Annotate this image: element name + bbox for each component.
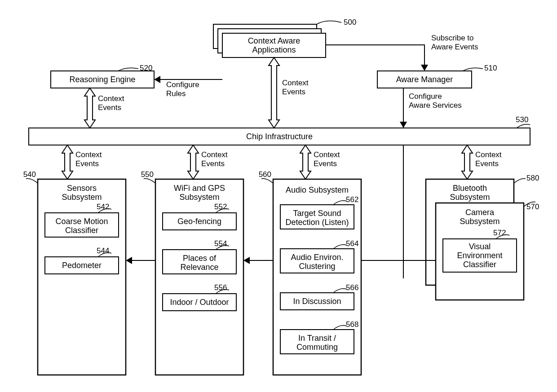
wifi-gps-title-2: Subsystem xyxy=(179,193,219,202)
coarse-motion-classifier-1: Coarse Motion xyxy=(55,217,108,226)
configure-aware-1: Configure xyxy=(409,92,442,101)
ref-580: 580 xyxy=(526,174,539,182)
edge-reasoning-chip: Context Events xyxy=(84,88,124,128)
ref-542: 542 xyxy=(97,203,109,211)
svg-rect-9 xyxy=(155,179,243,375)
ce-sensors-1: Context xyxy=(75,150,102,159)
ref-540: 540 xyxy=(23,170,36,179)
indoor-outdoor-label: Indoor / Outdoor xyxy=(170,298,229,307)
ref-560: 560 xyxy=(259,170,271,179)
sensors-subsystem-title-1: Sensors xyxy=(67,184,97,193)
ce-reasoning-2: Events xyxy=(98,103,121,112)
edge-chip-sensors: Context Events xyxy=(62,145,102,179)
places-relevance-2: Relevance xyxy=(180,263,218,272)
sensors-subsystem-title-2: Subsystem xyxy=(62,193,102,202)
ref-510: 510 xyxy=(484,64,497,72)
audio-subsystem: Audio Subsystem 560 Target Sound Detecti… xyxy=(259,170,361,375)
edge-awaremgr-to-chip: Configure Aware Services xyxy=(400,88,462,128)
ref-520: 520 xyxy=(140,64,152,72)
aware-manager-box: Aware Manager 510 xyxy=(377,64,497,88)
ref-552: 552 xyxy=(214,203,227,211)
wifi-gps-subsystem: WiFi and GPS Subsystem 550 Geo-fencing 5… xyxy=(141,170,243,375)
reasoning-engine-label: Reasoning Engine xyxy=(69,75,135,84)
in-transit-2: Commuting xyxy=(296,343,338,352)
audio-environ-2: Clustering xyxy=(299,262,335,271)
svg-rect-6 xyxy=(38,179,126,375)
svg-marker-34 xyxy=(126,257,132,264)
camera-title-1: Camera xyxy=(465,208,495,217)
ref-554: 554 xyxy=(214,239,227,248)
svg-marker-25 xyxy=(269,57,279,128)
in-transit-1: In Transit / xyxy=(298,334,336,343)
coarse-motion-classifier-2: Classifier xyxy=(65,226,98,235)
svg-marker-21 xyxy=(421,65,428,71)
edge-apps-chip: Context Events xyxy=(269,57,309,128)
visual-env-2: Environment xyxy=(457,251,502,260)
places-relevance-1: Places of xyxy=(183,254,217,263)
configure-rules-1: Configure xyxy=(166,80,199,89)
context-aware-applications-label-1: Context Aware xyxy=(248,36,301,45)
svg-marker-22 xyxy=(154,76,160,83)
svg-marker-23 xyxy=(400,122,407,128)
svg-marker-24 xyxy=(84,88,95,128)
in-discussion-label: In Discussion xyxy=(293,297,341,306)
bluetooth-title-2: Subsystem xyxy=(450,193,490,202)
ref-570: 570 xyxy=(526,203,539,211)
ce-sensors-2: Events xyxy=(75,159,99,168)
pedometer-label: Pedometer xyxy=(62,261,102,270)
ref-572: 572 xyxy=(493,229,506,237)
camera-subsystem: Camera Subsystem 570 Visual Environment … xyxy=(436,202,539,300)
edge-apps-to-reasoning: Configure Rules xyxy=(154,76,222,98)
ref-550: 550 xyxy=(141,170,154,179)
edge-chip-bluetooth: Context Events xyxy=(462,145,502,179)
svg-marker-32 xyxy=(243,257,250,264)
context-aware-applications-label-2: Applications xyxy=(252,45,296,54)
ce-audio-2: Events xyxy=(314,159,337,168)
ce-bt-1: Context xyxy=(475,150,502,159)
context-aware-applications-stack: Context Aware Applications 500 xyxy=(213,18,356,57)
ref-556: 556 xyxy=(214,283,227,292)
svg-marker-29 xyxy=(462,145,473,179)
ce-wifi-2: Events xyxy=(201,159,225,168)
geo-fencing-label: Geo-fencing xyxy=(177,217,221,226)
architecture-diagram: Context Aware Applications 500 Aware Man… xyxy=(0,0,557,392)
configure-rules-2: Rules xyxy=(166,89,186,98)
ref-566: 566 xyxy=(346,283,358,292)
configure-aware-2: Aware Services xyxy=(409,101,462,110)
wifi-gps-title-1: WiFi and GPS xyxy=(174,184,225,193)
ref-530: 530 xyxy=(516,115,528,124)
ce-apps-2: Events xyxy=(282,88,305,96)
edge-audio-to-wifi xyxy=(243,257,273,264)
visual-env-3: Classifier xyxy=(463,260,496,269)
svg-marker-27 xyxy=(188,145,199,179)
edge-wifi-to-sensors xyxy=(126,257,155,264)
svg-marker-26 xyxy=(62,145,73,179)
ce-wifi-1: Context xyxy=(201,150,228,159)
ref-564: 564 xyxy=(346,239,358,248)
ce-reasoning-1: Context xyxy=(98,94,124,103)
target-sound-2: Detection (Listen) xyxy=(285,218,349,227)
edge-chip-audio: Context Events xyxy=(300,145,340,179)
edge-chip-wifigps: Context Events xyxy=(188,145,228,179)
chip-infrastructure-label: Chip Infrastructure xyxy=(246,132,313,141)
subscribe-label-1: Subscribe to xyxy=(431,34,474,42)
subscribe-label-2: Aware Events xyxy=(431,43,478,51)
visual-env-1: Visual xyxy=(469,242,491,251)
target-sound-1: Target Sound xyxy=(293,209,341,218)
ce-audio-1: Context xyxy=(314,150,340,159)
ref-562: 562 xyxy=(346,195,358,204)
ref-500: 500 xyxy=(344,18,356,26)
ref-544: 544 xyxy=(97,247,109,255)
aware-manager-label: Aware Manager xyxy=(396,75,453,84)
ce-bt-2: Events xyxy=(475,159,499,168)
audio-environ-1: Audio Environ. xyxy=(291,253,343,262)
ref-568: 568 xyxy=(346,320,358,329)
ce-apps-1: Context xyxy=(282,79,309,87)
svg-marker-28 xyxy=(300,145,311,179)
camera-title-2: Subsystem xyxy=(460,217,500,226)
audio-subsystem-title: Audio Subsystem xyxy=(286,185,349,194)
edge-apps-to-awaremgr: Subscribe to Aware Events xyxy=(326,34,478,71)
reasoning-engine-box: Reasoning Engine 520 xyxy=(51,64,154,88)
bluetooth-title-1: Bluetooth xyxy=(453,184,487,193)
sensors-subsystem: Sensors Subsystem 540 Coarse Motion Clas… xyxy=(23,170,126,375)
